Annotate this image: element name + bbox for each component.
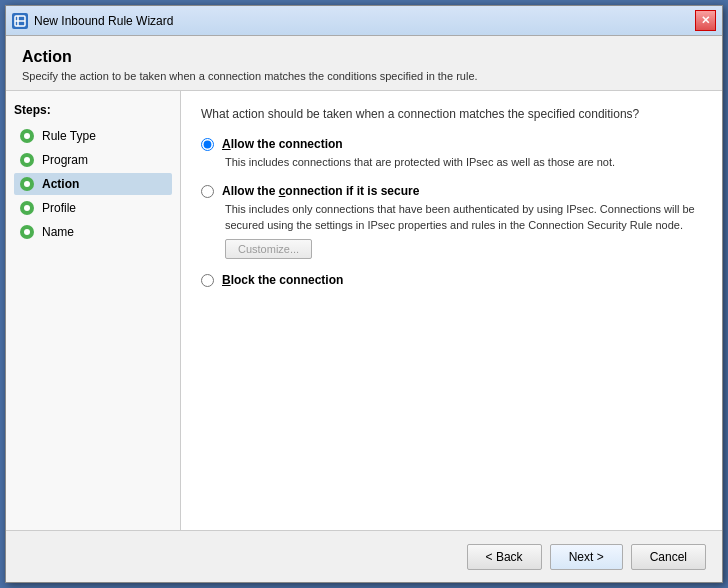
sidebar-item-label: Action — [42, 177, 79, 191]
titlebar: New Inbound Rule Wizard ✕ — [6, 6, 722, 36]
option-block: Block the connection — [201, 273, 702, 287]
page-title: Action — [22, 48, 706, 66]
radio-desc-allow: This includes connections that are prote… — [225, 155, 702, 170]
sidebar-item-label: Name — [42, 225, 74, 239]
step-dot-name — [20, 225, 34, 239]
sidebar-item-name[interactable]: Name — [14, 221, 172, 243]
step-dot-rule-type — [20, 129, 34, 143]
sidebar-item-profile[interactable]: Profile — [14, 197, 172, 219]
step-dot-profile — [20, 201, 34, 215]
step-dot-program — [20, 153, 34, 167]
content-area: Action Specify the action to be taken wh… — [6, 36, 722, 582]
option-allow-secure: Allow the connection if it is secure Thi… — [201, 184, 702, 259]
footer: < Back Next > Cancel — [6, 530, 722, 582]
close-button[interactable]: ✕ — [695, 10, 716, 31]
sidebar-item-label: Program — [42, 153, 88, 167]
sidebar-item-label: Rule Type — [42, 129, 96, 143]
step-dot-action — [20, 177, 34, 191]
sidebar: Steps: Rule Type Program Action Profile — [6, 91, 181, 530]
radio-allow-secure[interactable] — [201, 185, 214, 198]
header-section: Action Specify the action to be taken wh… — [6, 36, 722, 91]
sidebar-item-action[interactable]: Action — [14, 173, 172, 195]
titlebar-left: New Inbound Rule Wizard — [12, 13, 173, 29]
sidebar-item-program[interactable]: Program — [14, 149, 172, 171]
next-button[interactable]: Next > — [550, 544, 623, 570]
main-body: Steps: Rule Type Program Action Profile — [6, 91, 722, 530]
wizard-window: New Inbound Rule Wizard ✕ Action Specify… — [5, 5, 723, 583]
customize-button[interactable]: Customize... — [225, 239, 312, 259]
sidebar-item-label: Profile — [42, 201, 76, 215]
radio-allow[interactable] — [201, 138, 214, 151]
sidebar-item-rule-type[interactable]: Rule Type — [14, 125, 172, 147]
radio-row-block: Block the connection — [201, 273, 702, 287]
window-title: New Inbound Rule Wizard — [34, 14, 173, 28]
radio-label-block[interactable]: Block the connection — [222, 273, 343, 287]
radio-row-allow: Allow the connection — [201, 137, 702, 151]
cancel-button[interactable]: Cancel — [631, 544, 706, 570]
radio-row-allow-secure: Allow the connection if it is secure — [201, 184, 702, 198]
radio-label-allow[interactable]: Allow the connection — [222, 137, 343, 151]
back-button[interactable]: < Back — [467, 544, 542, 570]
radio-label-allow-secure[interactable]: Allow the connection if it is secure — [222, 184, 419, 198]
app-icon — [12, 13, 28, 29]
option-allow: Allow the connection This includes conne… — [201, 137, 702, 170]
wizard-content: What action should be taken when a conne… — [181, 91, 722, 530]
question-text: What action should be taken when a conne… — [201, 107, 702, 121]
page-description: Specify the action to be taken when a co… — [22, 70, 706, 82]
steps-label: Steps: — [14, 103, 172, 117]
radio-block[interactable] — [201, 274, 214, 287]
radio-desc-allow-secure: This includes only connections that have… — [225, 202, 702, 233]
